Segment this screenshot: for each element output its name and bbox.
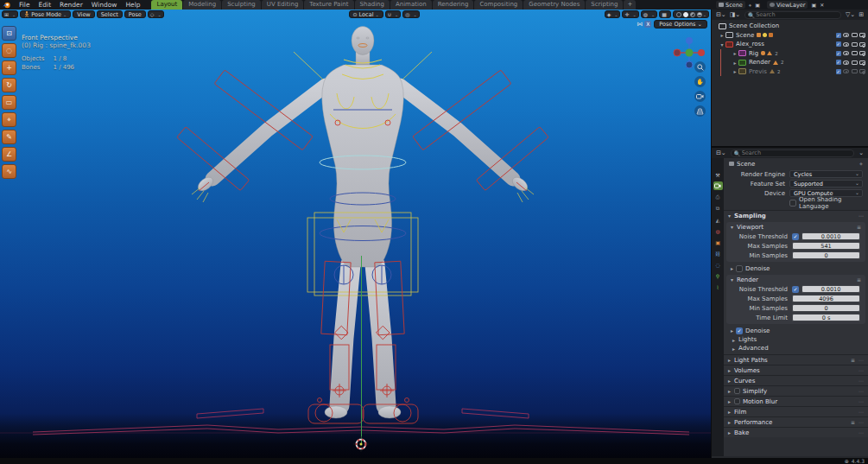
tool-select-circle[interactable]: ◌: [2, 43, 16, 58]
section-light-paths[interactable]: ▸Light Paths ≡ ⋯: [724, 354, 868, 365]
pin-scene-icon[interactable]: ⌖: [747, 2, 753, 9]
device-select[interactable]: GPU Compute: [789, 189, 863, 197]
exclude-checkbox[interactable]: ✓: [836, 33, 841, 38]
motion-blur-checkbox[interactable]: ✓: [734, 398, 740, 404]
mirror-x-toggle[interactable]: X: [644, 21, 651, 28]
tab-shading[interactable]: Shading: [355, 0, 390, 10]
properties-editor-icon[interactable]: ⊟⌄: [714, 149, 728, 156]
tab-view-layer[interactable]: ⧉: [713, 204, 723, 213]
menu-help[interactable]: Help: [121, 0, 144, 10]
viewport-subpanel-header[interactable]: ▾Viewport ≡: [726, 222, 865, 232]
tab-tool[interactable]: ⚒: [713, 170, 723, 179]
menu-edit[interactable]: Edit: [35, 0, 56, 10]
vp-denoise-row[interactable]: ▸ ✓ Denoise: [724, 264, 868, 273]
render-disable-icon[interactable]: [859, 33, 865, 37]
r-denoise-row[interactable]: ▸ ✓ Denoise: [724, 326, 868, 335]
keying-popover[interactable]: ◇⌄: [148, 10, 164, 18]
viewport-disable-icon[interactable]: [852, 42, 858, 47]
view-menu[interactable]: View: [73, 10, 94, 18]
section-bake[interactable]: ▸Bake ⋯: [724, 427, 868, 437]
lights-subsection[interactable]: ▸Lights: [724, 335, 868, 344]
row-rig[interactable]: ▸ Rig 2 ✓: [721, 49, 868, 59]
row-previs[interactable]: ▸ Previs 2 ✓: [721, 67, 868, 77]
exclude-checkbox[interactable]: ✓: [836, 69, 841, 74]
hide-eye-icon[interactable]: [843, 69, 849, 73]
section-simplify[interactable]: ▸ ✓ Simplify ⋯: [724, 385, 868, 396]
render-disable-icon[interactable]: [859, 51, 865, 55]
menu-render[interactable]: Render: [55, 0, 87, 10]
new-scene-icon[interactable]: ▣: [753, 2, 762, 8]
section-curves[interactable]: ▸Curves ⋯: [724, 375, 868, 385]
collapse-icon[interactable]: ▾: [719, 41, 725, 48]
filter-funnel-icon[interactable]: ▽⌄: [844, 11, 857, 18]
outliner-search-input[interactable]: [744, 11, 841, 19]
tab-texture-paint[interactable]: Texture Paint: [304, 0, 353, 10]
tab-object-data[interactable]: ⚲: [713, 271, 723, 280]
row-alex-ross[interactable]: ▾ Alex_ross ✓: [712, 40, 868, 49]
select-menu[interactable]: Select: [97, 10, 123, 18]
sampling-panel-header[interactable]: ▾Sampling ⋯: [724, 211, 868, 220]
exclude-checkbox[interactable]: ✓: [836, 41, 841, 47]
tool-rotate[interactable]: ↻: [2, 78, 16, 92]
outliner-filter-icon[interactable]: ◨⌄: [728, 11, 742, 18]
viewport-disable-icon[interactable]: [852, 33, 858, 37]
expand-icon[interactable]: ▸: [732, 68, 738, 74]
tab-rendering[interactable]: Rendering: [433, 0, 474, 10]
pin-icon[interactable]: ⌖: [859, 161, 863, 168]
tool-move[interactable]: +: [2, 60, 16, 75]
mode-selector[interactable]: Pose Mode⌄: [20, 10, 71, 18]
osl-checkbox[interactable]: ✓: [789, 200, 796, 207]
section-motion-blur[interactable]: ▸ ✓ Motion Blur ⋯: [724, 396, 868, 406]
render-disable-icon[interactable]: [859, 60, 865, 65]
editor-type-button[interactable]: ⊞⌄: [2, 10, 18, 18]
vp-min-samples-field[interactable]: 0: [792, 251, 860, 259]
feature-set-select[interactable]: Supported: [789, 180, 863, 188]
preset-icon[interactable]: ≡: [851, 419, 855, 425]
viewport-disable-icon[interactable]: [852, 51, 858, 55]
exclude-checkbox[interactable]: ✓: [836, 51, 841, 56]
section-film[interactable]: ▸Film ⋯: [724, 406, 868, 416]
exclude-checkbox[interactable]: ✓: [836, 60, 841, 65]
expand-icon[interactable]: ▸: [719, 32, 725, 38]
preset-icon[interactable]: ≡: [851, 357, 855, 363]
tool-pose-breakdowner[interactable]: ∿: [2, 164, 16, 179]
r-noise-field[interactable]: 0.0010: [801, 285, 860, 293]
tab-scene[interactable]: ◭: [713, 215, 723, 224]
xray-toggle[interactable]: ▦: [659, 10, 671, 18]
character-model[interactable]: [0, 10, 711, 458]
snap-toggle[interactable]: ∪⌄: [385, 10, 402, 18]
r-max-samples-field[interactable]: 4096: [792, 295, 860, 302]
menu-window[interactable]: Window: [87, 0, 122, 10]
render-disable-icon[interactable]: [859, 69, 865, 73]
preset-icon[interactable]: ≡: [857, 224, 861, 230]
advanced-subsection[interactable]: ▸Advanced: [724, 344, 868, 353]
viewport-disable-icon[interactable]: [852, 69, 858, 73]
pan-view-button[interactable]: ✋: [694, 76, 706, 87]
tab-output[interactable]: ⎙: [713, 193, 723, 201]
expand-icon[interactable]: ▸: [732, 50, 738, 56]
r-time-limit-field[interactable]: 0 s: [792, 314, 860, 321]
add-workspace-button[interactable]: +: [624, 0, 636, 10]
render-engine-select[interactable]: Cycles: [789, 170, 863, 178]
tab-modeling[interactable]: Modeling: [183, 0, 221, 10]
visibility-popover[interactable]: ◈⌄: [605, 10, 621, 18]
section-volumes[interactable]: ▸Volumes ⋯: [724, 365, 868, 375]
overlays-toggle[interactable]: ◍⌄: [641, 10, 657, 18]
gizmos-toggle[interactable]: ✛⌄: [622, 10, 638, 18]
tab-layout[interactable]: Layout: [151, 0, 182, 10]
tab-sculpting[interactable]: Sculpting: [222, 0, 261, 10]
row-render[interactable]: ▸ Render 2 ✓: [721, 58, 868, 67]
tool-annotate[interactable]: ✎: [2, 130, 16, 144]
render-subpanel-header[interactable]: ▾Render ≡: [726, 275, 865, 284]
tab-render[interactable]: [713, 181, 723, 190]
row-scene[interactable]: ▸ Scene ✓: [712, 31, 868, 41]
tab-bone[interactable]: ⌇: [713, 283, 723, 291]
hide-eye-icon[interactable]: [843, 60, 849, 65]
r-min-samples-field[interactable]: 0: [792, 304, 860, 312]
r-noise-checkbox[interactable]: ✓: [792, 286, 799, 293]
tool-scale[interactable]: ▭: [2, 95, 16, 110]
tool-select-box[interactable]: ⊡: [2, 26, 16, 41]
tab-animation[interactable]: Animation: [390, 0, 432, 10]
menu-file[interactable]: File: [15, 0, 35, 10]
viewlayer-selector[interactable]: ViewLayer: [767, 1, 808, 9]
